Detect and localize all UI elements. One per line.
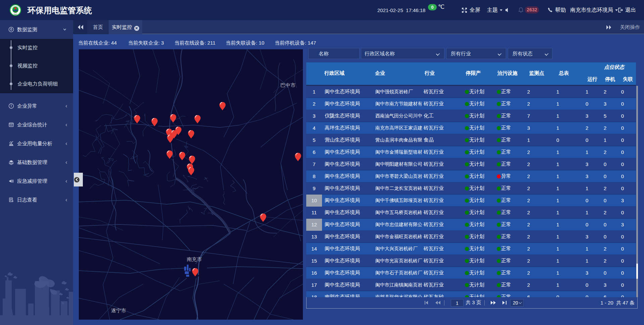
svg-text:遂宁市: 遂宁市 <box>111 308 126 313</box>
svg-text:南充市: 南充市 <box>187 256 202 262</box>
svg-text:巴中市: 巴中市 <box>280 82 296 88</box>
